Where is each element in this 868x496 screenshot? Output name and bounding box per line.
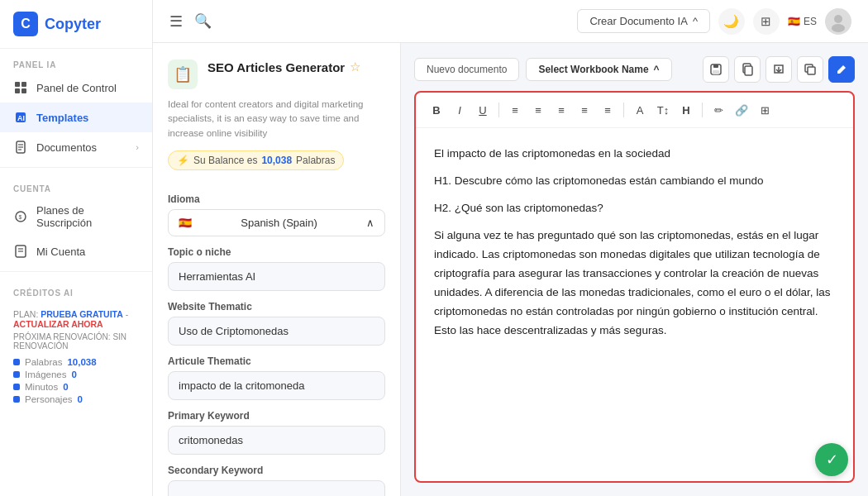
idioma-label: Idioma (168, 193, 385, 205)
website-label: Website Thematic (168, 301, 385, 312)
fullscreen-icon[interactable]: ⊞ (753, 8, 780, 35)
sidebar: C Copyter PANEL IA Panel de Control AI T… (0, 0, 153, 496)
doc-icon (13, 140, 28, 155)
duplicate-icon-btn[interactable] (797, 56, 823, 83)
body-area: 📋 SEO Articles Generator ☆ Ideal for con… (153, 43, 868, 496)
edit-active-icon-btn[interactable] (828, 56, 855, 83)
credit-value: 10,038 (67, 357, 96, 367)
svg-rect-0 (15, 82, 20, 87)
credit-dot (13, 359, 20, 365)
italic-button[interactable]: I (449, 99, 470, 121)
balance-label: Su Balance es (193, 155, 257, 166)
star-icon[interactable]: ☆ (350, 60, 360, 74)
avatar[interactable] (825, 8, 851, 35)
language-flag[interactable]: 🇪🇸 ES (788, 16, 817, 27)
ai-icon: AI (13, 110, 28, 125)
create-document-button[interactable]: Crear Documento IA ^ (577, 9, 710, 33)
plan-update-link[interactable]: ACTUALIZAR AHORA (13, 319, 103, 329)
chevron-up-icon: ^ (654, 64, 660, 75)
secondary-label: Secondary Keyword (168, 465, 385, 476)
credit-dot (13, 371, 20, 378)
idioma-value: Spanish (Spain) (241, 217, 317, 229)
download-icon-btn[interactable] (765, 56, 792, 83)
menu-icon[interactable]: ☰ (169, 12, 183, 31)
sidebar-item-label: Mi Cuenta (36, 246, 85, 258)
heading-button[interactable]: H (675, 99, 697, 121)
panel-ia-section: PANEL IA (0, 49, 152, 73)
dark-mode-icon[interactable]: 🌙 (718, 8, 745, 35)
draw-button[interactable]: ✏ (708, 99, 729, 121)
panel-title-area: SEO Articles Generator ☆ (207, 60, 385, 74)
sidebar-item-templates[interactable]: AI Templates (0, 103, 152, 132)
plan-separator: - (126, 309, 129, 319)
sidebar-item-panel-control[interactable]: Panel de Control (0, 73, 152, 103)
lightning-icon: ⚡ (177, 155, 189, 166)
grid-icon (13, 80, 28, 95)
website-input[interactable] (168, 317, 385, 346)
plans-icon: $ (13, 209, 28, 224)
right-panel-wrapper: Nuevo documento Select Workbook Name ^ (401, 43, 868, 496)
sidebar-item-label: Panel de Control (36, 82, 117, 94)
credit-label: Imágenes (25, 370, 67, 379)
font-color-button[interactable]: A (629, 99, 651, 121)
format-separator-2 (623, 103, 624, 117)
align-justify-button[interactable]: ≡ (574, 99, 595, 121)
underline-button[interactable]: U (472, 99, 494, 121)
svg-point-16 (832, 24, 845, 32)
sidebar-item-planes[interactable]: $ Planes de Suscripción (0, 197, 152, 236)
panel-description: Ideal for content creators and digital m… (168, 98, 385, 141)
editor-box: B I U ≡ ≡ ≡ ≡ ≡ A T↕ H ✏ (414, 91, 855, 483)
svg-rect-24 (808, 67, 815, 74)
topbar-right: Crear Documento IA ^ 🌙 ⊞ 🇪🇸 ES (577, 8, 851, 35)
secondary-input[interactable] (168, 480, 385, 496)
svg-rect-2 (15, 88, 20, 93)
table-button[interactable]: ⊞ (754, 99, 775, 121)
credit-label: Minutos (25, 382, 58, 392)
editor-format-bar: B I U ≡ ≡ ≡ ≡ ≡ A T↕ H ✏ (416, 93, 853, 128)
credit-dot (13, 396, 20, 403)
chevron-right-icon: › (136, 142, 139, 152)
sidebar-item-documentos[interactable]: Documentos › (0, 132, 152, 162)
link-button[interactable]: 🔗 (731, 99, 752, 121)
workbook-button[interactable]: Select Workbook Name ^ (526, 58, 671, 81)
align-right-button[interactable]: ≡ (551, 99, 572, 121)
balance-badge: ⚡ Su Balance es 10,038 Palabras (168, 150, 344, 170)
doc-name-label: Nuevo documento (427, 64, 507, 75)
fab-confirm-button[interactable]: ✓ (815, 443, 848, 476)
sidebar-logo: C Copyter (0, 0, 152, 49)
chevron-up-icon: ∧ (366, 217, 374, 229)
idioma-select[interactable]: 🇪🇸 Spanish (Spain) ∧ (168, 209, 385, 236)
content-line-h2: H2. ¿Qué son las criptomonedas? (434, 199, 835, 218)
creditos-section: CRÉDITOS AI (0, 277, 152, 301)
svg-rect-19 (713, 70, 719, 74)
list-button[interactable]: ≡ (597, 99, 618, 121)
topic-label: Topic o niche (168, 246, 385, 258)
svg-point-15 (834, 15, 842, 23)
panel-header: 📋 SEO Articles Generator ☆ (168, 60, 385, 89)
account-icon (13, 244, 28, 259)
doc-name-button[interactable]: Nuevo documento (414, 58, 519, 81)
search-icon[interactable]: 🔍 (194, 12, 212, 30)
seo-icon: 📋 (174, 65, 192, 83)
topic-input[interactable] (168, 262, 385, 291)
bold-button[interactable]: B (426, 99, 447, 121)
right-panel: Nuevo documento Select Workbook Name ^ (401, 43, 868, 496)
credit-row-imagenes: Imágenes 0 (13, 370, 139, 379)
sidebar-item-label: Templates (36, 112, 88, 124)
primary-input[interactable] (168, 426, 385, 455)
chevron-up-icon: ^ (693, 15, 698, 27)
article-input[interactable] (168, 371, 385, 400)
sidebar-item-label: Planes de Suscripción (36, 204, 139, 229)
logo-text: Copyter (45, 16, 101, 33)
sidebar-item-mi-cuenta[interactable]: Mi Cuenta (0, 236, 152, 266)
content-paragraph: Si alguna vez te has preguntado qué son … (434, 227, 835, 341)
font-size-button[interactable]: T↕ (652, 99, 674, 121)
save-icon-btn[interactable] (703, 56, 729, 83)
credit-value: 0 (63, 382, 68, 392)
sidebar-item-label: Documentos (36, 141, 97, 154)
align-center-button[interactable]: ≡ (527, 99, 549, 121)
copy-icon-btn[interactable] (734, 56, 761, 83)
editor-content[interactable]: El impacto de las criptomonedas en la so… (416, 128, 853, 481)
align-left-button[interactable]: ≡ (504, 99, 526, 121)
workbook-label: Select Workbook Name (538, 64, 648, 75)
